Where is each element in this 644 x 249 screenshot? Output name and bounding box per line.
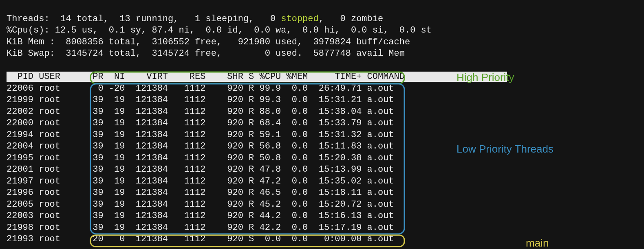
threads-summary-a: Threads: 14 total, 13 running, 1 sleepin… [7, 14, 281, 24]
table-row: 22003 root 39 19 121384 1112 920 R 44.2 … [7, 211, 394, 221]
process-table-body: 22006 root 0 -20 121384 1112 920 R 99.9 … [7, 83, 507, 245]
swap-summary: KiB Swap: 3145724 total, 3145724 free, 0… [7, 48, 405, 59]
threads-summary-b: , 0 zombie [319, 14, 383, 24]
annotation-main: main [526, 237, 549, 249]
table-row: 22000 root 39 19 121384 1112 920 R 68.4 … [7, 118, 394, 128]
table-row: 22004 root 39 19 121384 1112 920 R 56.8 … [7, 141, 394, 151]
table-row: 21999 root 39 19 121384 1112 920 R 99.3 … [7, 95, 394, 105]
mem-summary: KiB Mem : 8008356 total, 3106552 free, 9… [7, 37, 410, 47]
process-table-header: PID USER PR NI VIRT RES SHR S %CPU %MEM … [7, 72, 507, 82]
table-row: 21994 root 39 19 121384 1112 920 R 59.1 … [7, 130, 394, 140]
table-row: 21996 root 39 19 121384 1112 920 R 46.5 … [7, 188, 394, 198]
table-row: 22002 root 39 19 121384 1112 920 R 88.0 … [7, 107, 394, 117]
annotation-low-priority: Low Priority Threads [457, 143, 554, 155]
table-row: 22001 root 39 19 121384 1112 920 R 47.8 … [7, 164, 394, 175]
table-row: 22006 root 0 -20 121384 1112 920 R 99.9 … [7, 83, 394, 94]
table-row: 21993 root 20 0 121384 1112 920 S 0.0 0.… [7, 234, 394, 244]
terminal-output: Threads: 14 total, 13 running, 1 sleepin… [7, 2, 507, 245]
threads-stopped-highlight: stopped [281, 14, 318, 24]
table-row: 21998 root 39 19 121384 1112 920 R 42.2 … [7, 223, 394, 233]
table-row: 21997 root 39 19 121384 1112 920 R 47.2 … [7, 176, 394, 186]
table-row: 22005 root 39 19 121384 1112 920 R 45.2 … [7, 199, 394, 210]
cpu-summary: %Cpu(s): 12.5 us, 0.1 sy, 87.4 ni, 0.0 i… [7, 25, 432, 35]
annotation-high-priority: High Priority [457, 72, 514, 83]
table-row: 21995 root 39 19 121384 1112 920 R 50.8 … [7, 153, 394, 163]
